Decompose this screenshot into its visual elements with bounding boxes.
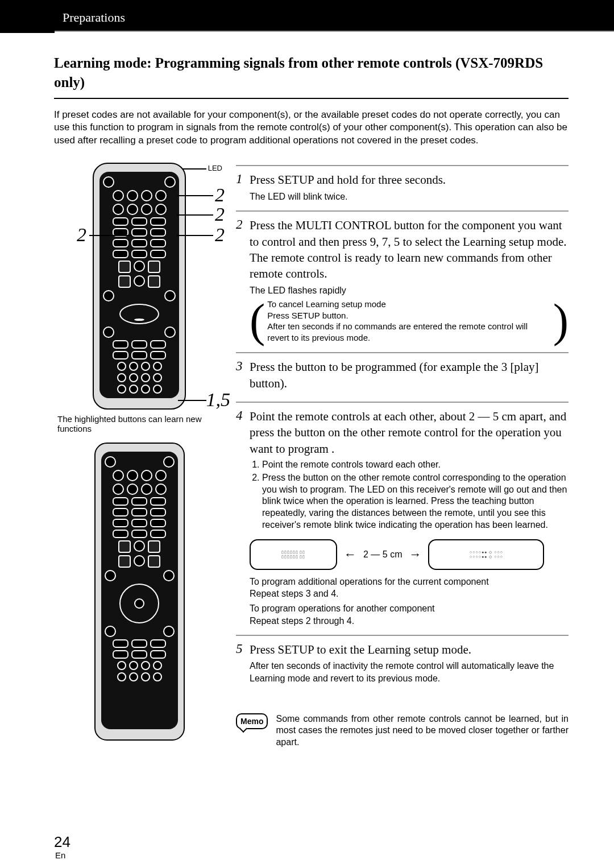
step-sub: After ten seconds of inactivity the remo… xyxy=(250,660,569,684)
step-4-list: Point the remote controls toward each ot… xyxy=(250,459,569,531)
step-title: Press SETUP and hold for three seconds. xyxy=(250,172,569,188)
page-number: 24 xyxy=(54,833,70,851)
step-number: 4 xyxy=(236,408,250,423)
extra-note-title: To program operations for another compon… xyxy=(250,602,569,615)
callout-r3: 2 xyxy=(215,224,225,246)
memo-text: Some commands from other remote controls… xyxy=(276,713,569,749)
step-sub: The LED flashes rapidly xyxy=(250,284,569,297)
step-title: Press SETUP to exit the Learning setup m… xyxy=(250,642,569,658)
highlighted-caption: The highlighted buttons can learn new fu… xyxy=(54,414,225,433)
step-number: 3 xyxy=(236,359,250,373)
extra-note-title: To program additional operations for the… xyxy=(250,576,569,588)
led-label: LED xyxy=(208,164,222,172)
step-sub: The LED will blink twice. xyxy=(250,191,569,203)
memo-icon: Memo xyxy=(236,713,268,729)
arrow-left-icon: ← xyxy=(344,547,356,562)
chapter-header-text: Preparations xyxy=(63,10,125,24)
step-1: 1 Press SETUP and hold for three seconds… xyxy=(236,165,569,202)
cancel-line: After ten seconds if no commands are ent… xyxy=(267,321,550,343)
remote-illustration-top xyxy=(93,163,186,410)
step-number: 1 xyxy=(236,172,250,186)
right-column: 1 Press SETUP and hold for three seconds… xyxy=(236,157,569,749)
remote-illustration-bottom xyxy=(94,443,185,741)
led-leader-line xyxy=(181,168,206,170)
page-lang: En xyxy=(55,850,65,860)
left-column: LED xyxy=(54,157,225,749)
list-item: Press the button on the other remote con… xyxy=(262,472,569,531)
cancel-title: To cancel Learning setup mode xyxy=(267,299,550,310)
cancel-line: Press SETUP button. xyxy=(267,310,550,321)
distance-label: 2 — 5 cm xyxy=(363,549,402,560)
mini-remote-left-icon: ▯▯▯▯▯▯ ▯▯▯▯▯▯▯▯ ▯▯ xyxy=(250,539,337,570)
callout-left: 2 xyxy=(77,224,86,246)
step-title: Press the button to be programmed (for e… xyxy=(250,359,569,391)
step-title: Point the remote controls at each other,… xyxy=(250,408,569,457)
step-3: 3 Press the button to be programmed (for… xyxy=(236,352,569,394)
pairing-diagram: ▯▯▯▯▯▯ ▯▯▯▯▯▯▯▯ ▯▯ ← 2 — 5 cm → ○○○○●● ◇… xyxy=(250,539,569,570)
intro-text: If preset codes are not available for yo… xyxy=(54,109,569,148)
divider xyxy=(54,98,569,99)
callout-r1: 2 xyxy=(215,184,225,206)
extra-note-body: Repeat steps 2 through 4. xyxy=(250,615,569,627)
chapter-header: Preparations xyxy=(0,0,614,32)
step-4: 4 Point the remote controls at each othe… xyxy=(236,402,569,627)
step-5: 5 Press SETUP to exit the Learning setup… xyxy=(236,635,569,685)
mini-remote-right-icon: ○○○○●● ◇ ○○○○○○○●● ◇ ○○○ xyxy=(428,539,544,570)
callout-r2: 2 xyxy=(215,204,225,225)
right-paren-icon: ) xyxy=(553,304,569,338)
step-number: 2 xyxy=(236,217,250,232)
step-title: Press the MULTI CONTROL button for the c… xyxy=(250,217,569,282)
section-title: Learning mode: Programming signals from … xyxy=(54,53,569,92)
memo-label: Memo xyxy=(240,717,263,726)
arrow-right-icon: → xyxy=(409,547,421,562)
cancel-note: ( To cancel Learning setup mode Press SE… xyxy=(250,299,569,343)
step-number: 5 xyxy=(236,642,250,656)
list-item: Point the remote controls toward each ot… xyxy=(262,459,569,471)
extra-note-body: Repeat steps 3 and 4. xyxy=(250,588,569,600)
step-2: 2 Press the MULTI CONTROL button for the… xyxy=(236,210,569,344)
left-paren-icon: ( xyxy=(250,304,265,338)
callout-bottom: 1,5 xyxy=(206,389,231,411)
memo-block: Memo Some commands from other remote con… xyxy=(236,713,569,749)
